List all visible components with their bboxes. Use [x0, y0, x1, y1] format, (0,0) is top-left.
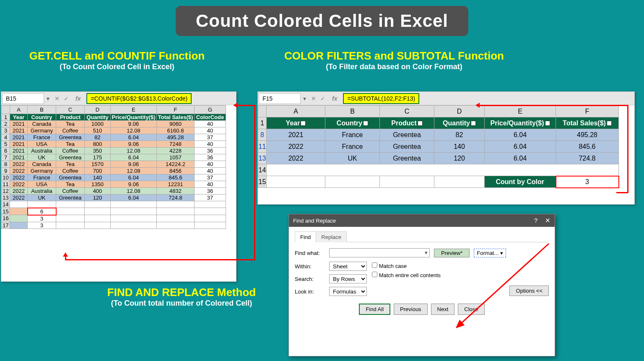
table-cell[interactable]: [195, 215, 226, 222]
chevron-down-icon[interactable]: ▾: [301, 95, 308, 102]
table-cell[interactable]: 12.08: [111, 148, 157, 154]
table-cell[interactable]: 36: [195, 148, 226, 154]
table-cell[interactable]: 82: [85, 134, 111, 141]
table-cell[interactable]: 2021: [10, 127, 28, 134]
col-header[interactable]: G: [195, 106, 226, 114]
table-cell[interactable]: Coffee: [56, 127, 85, 134]
table-cell[interactable]: Tea: [56, 141, 85, 148]
table-cell[interactable]: 3: [28, 215, 56, 222]
table-cell[interactable]: 7248: [157, 141, 195, 148]
table-cell[interactable]: 120: [85, 195, 111, 201]
confirm-icon[interactable]: ✓: [64, 95, 69, 102]
table-cell[interactable]: 9060: [157, 121, 195, 127]
fx-icon[interactable]: fx: [73, 95, 83, 102]
col-header[interactable]: C: [56, 106, 85, 114]
table-cell[interactable]: 845.6: [157, 174, 195, 181]
table-cell[interactable]: 4228: [157, 148, 195, 154]
table-cell[interactable]: 9.06: [111, 161, 157, 168]
table-cell[interactable]: 12.08: [111, 127, 157, 134]
table-cell[interactable]: 1057: [157, 154, 195, 161]
help-icon[interactable]: ?: [534, 217, 538, 224]
table-cell[interactable]: UK: [28, 195, 56, 201]
table-cell[interactable]: 14224.2: [157, 161, 195, 168]
table-cell[interactable]: 37: [195, 134, 226, 141]
table-cell[interactable]: 82: [434, 129, 485, 141]
table-cell[interactable]: 1570: [85, 161, 111, 168]
table-cell[interactable]: 2022: [10, 181, 28, 188]
table-cell[interactable]: 40: [195, 127, 226, 134]
table-cell[interactable]: 6.04: [485, 129, 556, 141]
table-cell[interactable]: 2021: [10, 154, 28, 161]
table-cell[interactable]: [56, 222, 85, 229]
table-cell[interactable]: 724.8: [556, 153, 619, 164]
table-cell[interactable]: 6160.8: [157, 127, 195, 134]
filter-icon[interactable]: ▾: [301, 121, 306, 126]
table-cell[interactable]: Coffee: [56, 168, 85, 174]
previous-button[interactable]: Previous: [394, 304, 428, 315]
table-cell[interactable]: France: [28, 134, 56, 141]
table-cell[interactable]: 724.8: [157, 195, 195, 201]
table-cell[interactable]: Greentea: [56, 195, 85, 201]
table-header[interactable]: Country▾: [325, 117, 380, 129]
tab-find[interactable]: Find: [295, 231, 316, 242]
col-header[interactable]: F: [556, 106, 619, 117]
table-cell[interactable]: 9.06: [111, 121, 157, 127]
col-header[interactable]: D: [85, 106, 111, 114]
table-cell[interactable]: 2021: [10, 134, 28, 141]
table-cell[interactable]: 6.04: [485, 141, 556, 153]
table-cell[interactable]: [195, 222, 226, 229]
confirm-icon[interactable]: ✓: [320, 95, 325, 102]
table-cell[interactable]: [111, 215, 157, 222]
table-header[interactable]: Price/Quantity($)▾: [485, 117, 556, 129]
table-cell[interactable]: 6: [28, 208, 56, 215]
col-header[interactable]: B: [28, 106, 56, 114]
table-cell[interactable]: 2021: [10, 121, 28, 127]
table-cell[interactable]: 6.04: [111, 154, 157, 161]
table-cell[interactable]: [111, 222, 157, 229]
table-cell[interactable]: 2022: [10, 195, 28, 201]
table-cell[interactable]: 700: [85, 168, 111, 174]
name-box-right[interactable]: F15: [259, 93, 301, 104]
table-cell[interactable]: Tea: [56, 121, 85, 127]
table-cell[interactable]: USA: [28, 181, 56, 188]
table-cell[interactable]: 140: [434, 141, 485, 153]
table-cell[interactable]: [56, 208, 85, 215]
cancel-icon[interactable]: ✕: [55, 95, 60, 102]
close-icon[interactable]: ✕: [545, 217, 551, 224]
col-header[interactable]: B: [325, 106, 380, 117]
table-header[interactable]: Year: [10, 114, 28, 121]
table-cell[interactable]: 3: [28, 222, 56, 229]
table-cell[interactable]: 8456: [157, 168, 195, 174]
table-header[interactable]: Quantity: [85, 114, 111, 121]
table-cell[interactable]: [28, 201, 56, 208]
table-cell[interactable]: Tea: [56, 181, 85, 188]
find-what-input[interactable]: ▾: [329, 248, 430, 257]
table-cell[interactable]: 12.08: [111, 188, 157, 195]
table-cell[interactable]: [157, 201, 195, 208]
table-header[interactable]: Year▾: [267, 117, 325, 129]
table-cell[interactable]: Greentea: [380, 153, 434, 164]
table-cell[interactable]: Greentea: [380, 129, 434, 141]
within-select[interactable]: Sheet: [329, 262, 367, 271]
chevron-down-icon[interactable]: ▾: [425, 249, 428, 256]
table-cell[interactable]: 2022: [10, 188, 28, 195]
table-cell[interactable]: 400: [85, 188, 111, 195]
filter-icon[interactable]: ▾: [545, 121, 550, 126]
name-box-left[interactable]: B15: [2, 93, 44, 104]
grid-left[interactable]: ABCDEFG1YearCountryProductQuantityPrice/…: [1, 105, 226, 229]
table-cell[interactable]: [195, 201, 226, 208]
chevron-down-icon[interactable]: ▾: [45, 95, 51, 102]
format-button[interactable]: Format... ▾: [474, 249, 506, 257]
col-header[interactable]: A: [10, 106, 28, 114]
table-cell[interactable]: 495.28: [157, 134, 195, 141]
table-cell[interactable]: 40: [195, 161, 226, 168]
table-header[interactable]: ColorCode: [195, 114, 226, 121]
table-cell[interactable]: 6.04: [111, 195, 157, 201]
table-cell[interactable]: Greentea: [56, 174, 85, 181]
table-cell[interactable]: 140: [85, 174, 111, 181]
table-cell[interactable]: UK: [28, 154, 56, 161]
table-cell[interactable]: Canada: [28, 121, 56, 127]
table-cell[interactable]: 37: [195, 174, 226, 181]
match-contents-checkbox[interactable]: Match entire cell contents: [372, 272, 441, 278]
table-cell[interactable]: 2022: [267, 153, 325, 164]
